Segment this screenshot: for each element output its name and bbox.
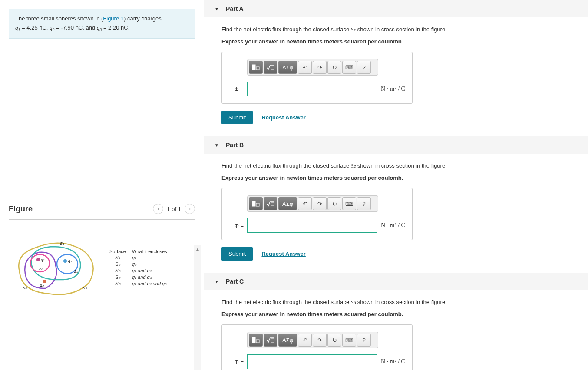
q2-symbol: q2: [50, 24, 55, 31]
units-label: N · m² / C: [381, 86, 405, 92]
redo-button[interactable]: ↷: [313, 334, 327, 347]
svg-rect-6: [256, 67, 259, 70]
table-row: S₂q₂: [109, 261, 172, 267]
scroll-up-icon[interactable]: ▲: [194, 245, 201, 252]
label-q2: q₂: [68, 259, 72, 263]
submit-button[interactable]: Submit: [221, 247, 253, 261]
answer-input[interactable]: [247, 218, 377, 233]
units-label: N · m² / C: [381, 222, 405, 229]
problem-text-pre: The three small spheres shown in (: [15, 15, 103, 22]
caret-down-icon: ▼: [215, 279, 219, 284]
part-b-title: Part B: [226, 142, 244, 149]
greek-button[interactable]: ΑΣφ: [278, 334, 297, 347]
answer-row: Φ = N · m² / C: [229, 82, 405, 96]
part-b: ▼ Part B Find the net electric flux thro…: [204, 136, 588, 271]
caret-down-icon: ▼: [215, 143, 219, 148]
redo-button[interactable]: ↷: [313, 197, 327, 210]
label-q1: q₁: [41, 258, 45, 262]
undo-button[interactable]: ↶: [298, 334, 312, 347]
part-a-question: Find the net electric flux through the c…: [221, 26, 571, 33]
svg-rect-9: [256, 203, 259, 206]
figure-table: Surface What it encloses S₁q₁ S₂q₂ S₃q₁ …: [109, 248, 173, 287]
figure-link[interactable]: Figure 1: [103, 15, 124, 22]
part-a-answer-box: ΑΣφ ↶ ↷ ↻ ⌨ ? Φ = N · m² / C: [221, 52, 413, 104]
answer-input[interactable]: [247, 82, 377, 96]
label-S2: S₂: [74, 269, 78, 274]
svg-rect-13: [271, 339, 274, 342]
units-label: N · m² / C: [381, 358, 405, 365]
answer-input[interactable]: [247, 354, 377, 369]
reset-button[interactable]: ↻: [327, 61, 341, 74]
help-button[interactable]: ?: [357, 197, 371, 210]
part-a-header[interactable]: ▼ Part A: [204, 0, 588, 17]
figure-nav: ‹ 1 of 1 ›: [153, 204, 195, 214]
part-b-body: Find the net electric flux through the c…: [204, 154, 588, 271]
svg-rect-8: [252, 201, 255, 206]
q1-value: = 4.25 nC,: [20, 24, 50, 31]
part-c-body: Find the net electric flux through the c…: [204, 290, 588, 370]
table-row: S₃q₁ and q₂: [109, 268, 172, 274]
keyboard-button[interactable]: ⌨: [342, 334, 356, 347]
part-c-header[interactable]: ▼ Part C: [204, 273, 588, 290]
table-row: S₄q₁ and q₃: [109, 274, 172, 280]
redo-button[interactable]: ↷: [313, 61, 327, 74]
svg-rect-7: [271, 66, 274, 69]
reset-button[interactable]: ↻: [327, 334, 341, 347]
table-row: S₅q₁ and q₂ and q₃: [109, 281, 172, 287]
phi-label: Φ =: [229, 359, 244, 365]
help-button[interactable]: ?: [357, 334, 371, 347]
greek-button[interactable]: ΑΣφ: [278, 197, 297, 210]
part-a: ▼ Part A Find the net electric flux thro…: [204, 0, 588, 135]
table-row: S₁q₁: [109, 255, 172, 261]
equation-toolbar: ΑΣφ ↶ ↷ ↻ ⌨ ?: [247, 59, 378, 76]
help-button[interactable]: ?: [357, 61, 371, 74]
template-button[interactable]: [249, 197, 263, 210]
scrollbar[interactable]: ▲ ▼: [194, 245, 201, 370]
figure-title: Figure: [9, 205, 33, 214]
svg-rect-12: [256, 340, 259, 343]
part-b-question: Find the net electric flux through the c…: [221, 162, 571, 169]
q1-symbol: q1: [15, 24, 20, 31]
part-c-title: Part C: [226, 278, 244, 285]
figure-next-button[interactable]: ›: [185, 204, 195, 214]
phi-label: Φ =: [229, 222, 244, 229]
template-button[interactable]: [249, 334, 263, 347]
label-S1: S₁: [39, 267, 43, 271]
request-answer-link[interactable]: Request Answer: [261, 251, 305, 257]
undo-button[interactable]: ↶: [298, 61, 312, 74]
svg-rect-10: [271, 202, 274, 206]
problem-statement: The three small spheres shown in (Figure…: [9, 9, 195, 39]
undo-button[interactable]: ↶: [298, 197, 312, 210]
svg-rect-5: [252, 65, 255, 70]
keyboard-button[interactable]: ⌨: [342, 61, 356, 74]
table-header-surface: Surface: [109, 249, 131, 254]
svg-point-2: [36, 258, 40, 261]
part-b-instruction: Express your answer in newton times mete…: [221, 175, 571, 181]
figure-section: Figure ‹ 1 of 1 ›: [9, 204, 195, 307]
part-b-header[interactable]: ▼ Part B: [204, 136, 588, 154]
label-q3: q₃: [40, 283, 44, 287]
part-c-question: Find the net electric flux through the c…: [221, 299, 571, 306]
submit-button[interactable]: Submit: [221, 111, 253, 124]
figure-prev-button[interactable]: ‹: [153, 204, 163, 214]
part-a-title: Part A: [226, 5, 244, 12]
submit-row: Submit Request Answer: [221, 247, 571, 261]
request-answer-link[interactable]: Request Answer: [261, 114, 305, 121]
reset-button[interactable]: ↻: [327, 197, 341, 210]
equation-toolbar: ΑΣφ ↶ ↷ ↻ ⌨ ?: [247, 195, 378, 212]
part-a-body: Find the net electric flux through the c…: [204, 17, 588, 135]
sqrt-button[interactable]: [264, 61, 277, 74]
svg-point-4: [43, 280, 46, 283]
svg-point-3: [63, 259, 67, 263]
greek-button[interactable]: ΑΣφ: [278, 61, 297, 74]
sqrt-button[interactable]: [264, 334, 277, 347]
sqrt-button[interactable]: [264, 197, 277, 210]
figure-pager: 1 of 1: [167, 206, 181, 212]
q3-value: = 2.20 nC.: [102, 24, 129, 31]
svg-rect-11: [252, 337, 255, 343]
part-b-answer-box: ΑΣφ ↶ ↷ ↻ ⌨ ? Φ = N · m² / C: [221, 188, 413, 240]
keyboard-button[interactable]: ⌨: [342, 197, 356, 210]
template-button[interactable]: [249, 61, 263, 74]
part-c-instruction: Express your answer in newton times mete…: [221, 311, 571, 317]
q2-value: = -7.90 nC, and: [55, 24, 97, 31]
